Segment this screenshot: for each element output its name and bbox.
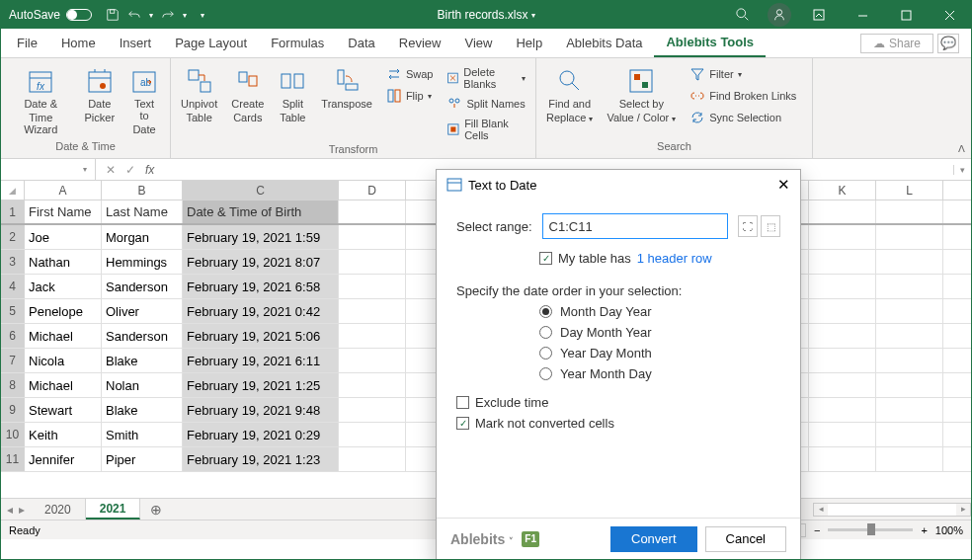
cell[interactable]: Joe [25,225,102,249]
tab-data[interactable]: Data [336,29,386,57]
redo-dropdown-icon[interactable]: ▾ [183,11,187,20]
ablebits-brand[interactable]: Ablebits ˅ [450,531,514,547]
expand-formula-icon[interactable]: ▾ [953,165,971,175]
cell[interactable]: Nathan [25,250,102,274]
cell[interactable]: February 19, 2021 9:48 [183,398,339,422]
search-icon[interactable] [736,8,750,22]
col-header-c[interactable]: C [183,181,339,200]
header-row-link[interactable]: 1 header row [637,251,712,266]
add-sheet-button[interactable]: ⊕ [140,502,172,518]
maximize-button[interactable] [884,1,928,29]
header-row-checkbox[interactable] [539,252,552,265]
row-header[interactable]: 4 [1,275,25,298]
redo-icon[interactable] [161,8,175,22]
row-header[interactable]: 10 [1,423,25,446]
range-input[interactable]: C1:C11 [542,213,728,239]
collapse-ribbon-icon[interactable]: ᐱ [958,143,965,154]
filter-button[interactable]: Filter▾ [686,64,800,84]
cell[interactable]: Piper [102,447,183,471]
tab-ablebits-tools[interactable]: Ablebits Tools [654,29,766,57]
cell[interactable]: February 19, 2021 0:29 [183,423,339,446]
cell[interactable] [339,275,406,298]
cell[interactable] [876,349,943,372]
cell[interactable] [339,324,406,348]
cell[interactable]: Morgan [102,225,183,249]
find-replace-button[interactable]: Find andReplace ▾ [542,64,597,125]
tab-insert[interactable]: Insert [108,29,164,57]
save-icon[interactable] [106,8,120,22]
prev-sheet-icon[interactable]: ◂ [7,503,13,517]
cell[interactable]: Michael [25,324,102,348]
cell[interactable]: First Name [25,200,102,223]
undo-dropdown-icon[interactable]: ▾ [149,11,153,20]
close-button[interactable] [928,1,971,29]
cancel-button[interactable]: Cancel [705,526,786,552]
cell[interactable] [809,398,876,422]
cell[interactable]: Oliver [102,299,183,323]
collapse-range-icon[interactable]: ⛶ [738,215,758,237]
cell[interactable]: February 19, 2021 1:23 [183,447,339,471]
close-dialog-button[interactable]: ✕ [777,176,790,194]
split-names-button[interactable]: Split Names [443,94,529,114]
zoom-slider[interactable] [828,528,913,531]
mark-not-converted-checkbox[interactable] [456,417,469,430]
cell[interactable] [809,373,876,397]
cell[interactable] [339,373,406,397]
cell[interactable]: February 19, 2021 0:42 [183,299,339,323]
exclude-time-checkbox[interactable] [456,396,469,409]
cell[interactable] [809,447,876,471]
cell[interactable] [876,324,943,348]
qat-customize-icon[interactable]: ▾ [201,11,204,20]
cell[interactable] [339,398,406,422]
row-header[interactable]: 9 [1,398,25,422]
cell[interactable] [339,299,406,323]
cell[interactable]: Hemmings [102,250,183,274]
minimize-button[interactable] [841,1,884,29]
row-header[interactable]: 2 [1,225,25,249]
cell[interactable] [876,447,943,471]
cell[interactable] [809,200,876,223]
help-f1-button[interactable]: F1 [522,531,539,547]
cell[interactable]: Blake [102,398,183,422]
radio-dmy[interactable] [539,326,552,339]
tab-review[interactable]: Review [387,29,453,57]
select-all[interactable]: ◢ [1,181,25,200]
unpivot-table-button[interactable]: UnpivotTable [177,64,221,125]
cell[interactable]: Jennifer [25,447,102,471]
select-by-value-button[interactable]: Select byValue / Color ▾ [603,64,680,125]
cell[interactable] [339,423,406,446]
name-box[interactable]: ▾ [1,159,96,180]
cell[interactable] [809,275,876,298]
row-header[interactable]: 6 [1,324,25,348]
cell[interactable] [809,299,876,323]
fx-icon[interactable]: fx [145,163,154,177]
sync-selection-button[interactable]: Sync Selection [686,108,800,127]
text-to-date-button[interactable]: abText toDate [124,64,164,137]
cell[interactable] [876,250,943,274]
comments-button[interactable]: 💬 [937,34,959,53]
flip-button[interactable]: Flip▾ [382,86,438,106]
ribbon-options-icon[interactable] [797,1,841,29]
cell[interactable] [809,423,876,446]
radio-mdy[interactable] [539,305,552,318]
row-header[interactable]: 3 [1,250,25,274]
cell[interactable]: Jack [25,275,102,298]
cell[interactable]: Nicola [25,349,102,372]
tab-file[interactable]: File [5,29,49,57]
horizontal-scrollbar[interactable]: ◂▸ [813,503,971,517]
col-header-k[interactable]: K [809,181,876,200]
tab-help[interactable]: Help [504,29,554,57]
cell[interactable]: Penelope [25,299,102,323]
cell[interactable]: February 19, 2021 5:06 [183,324,339,348]
transpose-button[interactable]: Transpose [317,64,376,112]
delete-blanks-button[interactable]: Delete Blanks▾ [443,64,529,92]
date-picker-button[interactable]: DatePicker [80,64,119,125]
cell[interactable] [809,349,876,372]
radio-ymd[interactable] [539,367,552,380]
tab-view[interactable]: View [452,29,504,57]
split-table-button[interactable]: SplitTable [274,64,311,125]
title-dropdown-icon[interactable]: ▾ [531,11,535,20]
cell[interactable] [339,200,406,223]
tab-page-layout[interactable]: Page Layout [163,29,259,57]
find-broken-links-button[interactable]: Find Broken Links [686,86,800,106]
